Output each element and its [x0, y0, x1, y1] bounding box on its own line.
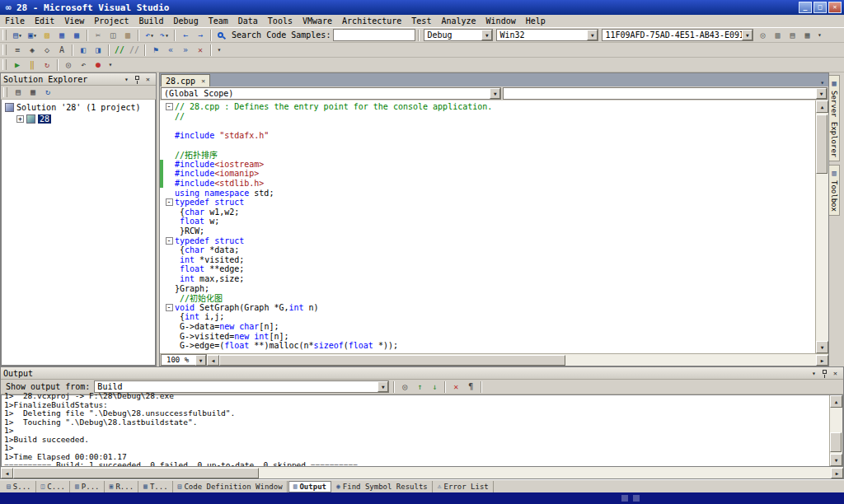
scroll-up-icon[interactable]: ▲: [816, 100, 828, 113]
minimize-button[interactable]: _: [799, 2, 812, 13]
solution-platforms-combo-arrow-icon[interactable]: ▼: [587, 30, 598, 40]
output-hscroll-thumb[interactable]: [13, 468, 259, 478]
close-button[interactable]: ✕: [828, 2, 842, 13]
members-combo-arrow-icon[interactable]: ▼: [816, 88, 827, 99]
fold-collapse-icon[interactable]: -: [166, 198, 173, 206]
code-editor[interactable]: -// 28.cpp : Defines the entry point for…: [160, 100, 815, 353]
toggle-bookmark-icon[interactable]: ⚑: [148, 44, 163, 57]
vmware-toolbar-options-icon[interactable]: ▾: [106, 61, 115, 68]
find-in-files-icon[interactable]: ◎: [755, 29, 770, 42]
menu-item-help[interactable]: Help: [521, 16, 551, 26]
guid-combo-arrow-icon[interactable]: ▼: [742, 30, 753, 40]
cut-icon[interactable]: ✂: [91, 29, 106, 42]
output-close-panel-icon[interactable]: ✕: [830, 368, 841, 378]
menu-item-tools[interactable]: Tools: [263, 16, 298, 26]
bottom-tab-class-view[interactable]: ◫C...: [37, 481, 71, 492]
editor-hscroll-thumb[interactable]: [219, 355, 565, 366]
types-combo-arrow-icon[interactable]: ▼: [490, 88, 500, 99]
save-icon[interactable]: ▦: [54, 29, 69, 42]
windows-taskbar[interactable]: [0, 492, 844, 504]
navigate-forward-icon[interactable]: →: [193, 29, 208, 42]
editor-vscroll-thumb[interactable]: [816, 114, 828, 174]
bottom-tab-team-explorer[interactable]: ▦T...: [139, 481, 173, 492]
paste-icon[interactable]: ▥: [120, 29, 135, 42]
immediate-window-icon[interactable]: ▤: [785, 29, 799, 42]
editor-vertical-scrollbar[interactable]: ▲ ▼: [815, 100, 828, 353]
comment-selection-icon[interactable]: //: [112, 44, 127, 57]
output-window-position-icon[interactable]: ▾: [809, 368, 819, 378]
bottom-tab-resource-view[interactable]: ▣R...: [106, 481, 139, 492]
menu-item-data[interactable]: Data: [233, 16, 263, 26]
next-bookmark-icon[interactable]: »: [178, 44, 193, 57]
menu-item-analyze[interactable]: Analyze: [436, 16, 481, 26]
bottom-tab-find-symbol-results[interactable]: ◉Find Symbol Results: [332, 481, 433, 492]
uncomment-selection-icon[interactable]: //: [127, 44, 142, 57]
output-text[interactable]: 1> 28.vcxproj -> F:\28\Debug\28.exe1>Fin…: [2, 392, 829, 466]
side-tab-server-explorer[interactable]: ▦Server Explorer: [829, 75, 840, 161]
bottom-tab-error-list[interactable]: ⚠Error List: [434, 481, 494, 492]
output-scroll-down-icon[interactable]: ▼: [830, 454, 842, 466]
scroll-left-icon[interactable]: ◀: [207, 355, 219, 366]
increase-indent-icon[interactable]: ◨: [91, 44, 106, 57]
bottom-tab-output[interactable]: ▥Output: [288, 481, 331, 492]
scroll-right-icon[interactable]: ▶: [816, 355, 828, 366]
solution-configurations-combo-arrow-icon[interactable]: ▼: [481, 30, 492, 40]
maximize-button[interactable]: □: [814, 2, 827, 13]
expander-icon[interactable]: +: [16, 115, 24, 123]
auto-hide-pin-icon[interactable]: [132, 74, 143, 84]
tree-item-project-28[interactable]: +28: [2, 113, 155, 124]
menu-item-debug[interactable]: Debug: [169, 16, 204, 26]
menu-item-window[interactable]: Window: [481, 16, 521, 26]
bottom-tab-properties[interactable]: ▥P...: [71, 481, 105, 492]
output-hscroll-track[interactable]: [13, 468, 831, 478]
menu-item-build[interactable]: Build: [134, 16, 168, 26]
properties-window-icon[interactable]: ▤: [11, 86, 26, 99]
document-list-dropdown-icon[interactable]: ▾: [820, 79, 824, 86]
types-combo[interactable]: (Global Scope) ▼: [161, 87, 501, 100]
output-vertical-scrollbar[interactable]: ▲ ▼: [829, 395, 842, 466]
menu-item-architecture[interactable]: Architecture: [337, 16, 406, 26]
side-tab-toolbox[interactable]: ▥Toolbox: [829, 165, 840, 216]
display-member-list-icon[interactable]: ≡: [10, 44, 25, 57]
command-window-icon[interactable]: ▥: [770, 29, 785, 42]
menu-item-team[interactable]: Team: [204, 16, 233, 26]
solution-configurations-combo[interactable]: Debug▼: [424, 29, 493, 41]
window-position-icon[interactable]: ▾: [121, 74, 132, 84]
redo-icon[interactable]: ↷▼: [157, 29, 171, 42]
editor-horizontal-scrollbar[interactable]: ◀ ▶: [207, 354, 828, 366]
taskbar-item[interactable]: [621, 495, 628, 502]
vm-revert-icon[interactable]: ↶: [76, 58, 91, 72]
tab-28cpp[interactable]: 28.cpp ✕: [161, 74, 210, 86]
fold-collapse-icon[interactable]: -: [166, 103, 173, 110]
tree-item-solution-28[interactable]: Solution '28' (1 project): [2, 101, 155, 113]
decrease-indent-icon[interactable]: ◧: [76, 44, 91, 57]
open-file-icon[interactable]: ▨: [40, 29, 54, 42]
menu-item-vmware[interactable]: VMware: [298, 16, 337, 26]
members-combo[interactable]: ▼: [503, 87, 828, 100]
fold-collapse-icon[interactable]: -: [166, 304, 173, 311]
scroll-down-icon[interactable]: ▼: [816, 341, 828, 353]
output-vscroll-track[interactable]: [830, 408, 842, 454]
fold-collapse-icon[interactable]: -: [166, 237, 173, 245]
copy-icon[interactable]: ◫: [106, 29, 120, 42]
add-new-item-icon[interactable]: ▣▼: [25, 29, 40, 42]
tab-close-icon[interactable]: ✕: [201, 77, 205, 85]
zoom-combo-arrow-icon[interactable]: ▼: [195, 355, 206, 366]
display-word-completion-icon[interactable]: A: [54, 44, 69, 57]
vm-reset-icon[interactable]: ↻: [40, 58, 54, 72]
zoom-combo[interactable]: 100 % ▼: [161, 354, 207, 366]
output-scroll-left-icon[interactable]: ◀: [1, 468, 13, 478]
previous-bookmark-icon[interactable]: «: [163, 44, 178, 57]
output-scroll-right-icon[interactable]: ▶: [831, 468, 843, 478]
output-source-combo-arrow-icon[interactable]: ▼: [377, 381, 388, 392]
menu-item-edit[interactable]: Edit: [30, 16, 59, 26]
vm-power-on-icon[interactable]: ▶: [10, 58, 25, 72]
editor-hscroll-track[interactable]: [219, 355, 816, 366]
output-vscroll-thumb[interactable]: [830, 432, 842, 452]
menu-item-project[interactable]: Project: [89, 16, 134, 26]
display-quick-info-icon[interactable]: ◇: [40, 44, 54, 57]
vm-record-icon[interactable]: ●: [91, 58, 106, 72]
save-all-icon[interactable]: ▩: [69, 29, 84, 42]
output-source-combo[interactable]: Build▼: [94, 380, 389, 393]
new-project-icon[interactable]: ▤▼: [10, 29, 25, 42]
